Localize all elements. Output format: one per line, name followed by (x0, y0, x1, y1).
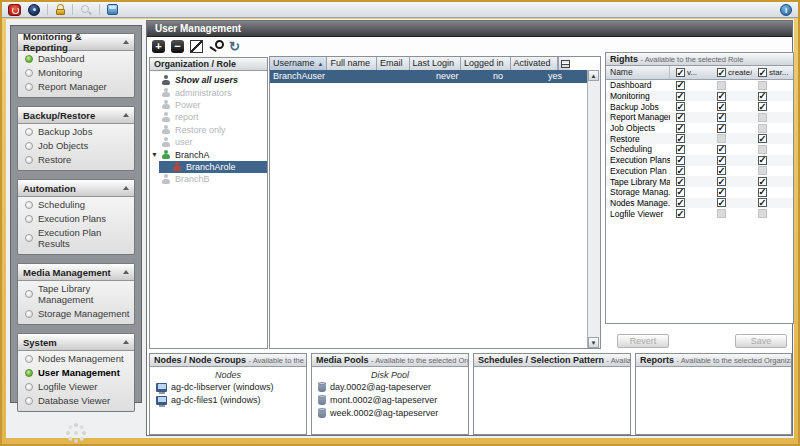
sidebar-item[interactable]: Database Viewer (18, 393, 134, 407)
start-checkbox[interactable] (758, 145, 767, 154)
create-checkbox[interactable] (717, 124, 726, 133)
column-chooser-button[interactable] (558, 57, 570, 70)
view-checkbox[interactable] (676, 198, 685, 207)
collapse-icon[interactable] (123, 340, 129, 344)
create-checkbox[interactable] (717, 92, 726, 101)
start-checkbox[interactable] (758, 92, 767, 101)
sidebar-item[interactable]: Nodes Management (18, 351, 134, 365)
collapse-icon[interactable] (123, 186, 129, 190)
start-checkbox[interactable] (758, 102, 767, 111)
view-checkbox[interactable] (676, 81, 685, 90)
start-checkbox[interactable] (758, 113, 767, 122)
tree-item[interactable]: ▼ Show all users (150, 74, 267, 86)
column-header[interactable]: Full name (327, 57, 377, 70)
tree-item[interactable]: ▼ BranchB (150, 173, 267, 185)
view-checkbox[interactable] (676, 102, 685, 111)
table-row[interactable]: BranchAuser never no yes (270, 70, 600, 83)
column-header[interactable]: Last Login (410, 57, 462, 70)
revert-button[interactable]: Revert (617, 334, 669, 348)
lock-icon[interactable] (55, 4, 65, 16)
tree-item[interactable]: ▼ user (150, 136, 267, 148)
column-header[interactable]: Activated (511, 57, 558, 70)
refresh-icon[interactable]: ↻ (228, 40, 241, 53)
tree-item[interactable]: ▼ Power (150, 99, 267, 111)
nav-section-header[interactable]: Monitoring & Reporting (18, 34, 134, 51)
sidebar-item[interactable]: Scheduling (18, 197, 134, 211)
create-checkbox[interactable] (717, 113, 726, 122)
nav-section-header[interactable]: Backup/Restore (18, 107, 134, 124)
tree-item[interactable]: ▼ Restore only (150, 124, 267, 136)
view-checkbox[interactable] (676, 134, 685, 143)
info-icon[interactable]: i (780, 4, 792, 16)
create-checkbox[interactable] (717, 134, 726, 143)
column-header[interactable]: Email (377, 57, 410, 70)
remove-user-icon[interactable]: − (171, 40, 184, 53)
save-button[interactable]: Save (735, 334, 787, 348)
start-checkbox[interactable] (758, 166, 767, 175)
view-checkbox[interactable] (676, 188, 685, 197)
app-icon[interactable] (8, 4, 21, 16)
scroll-up-icon[interactable]: ▲ (588, 70, 599, 81)
start-checkbox[interactable] (758, 156, 767, 165)
node-list-item[interactable]: ag-dc-libserver (windows) (150, 380, 306, 393)
sidebar-item[interactable]: Logfile Viewer (18, 379, 134, 393)
view-checkbox[interactable] (676, 156, 685, 165)
start-checkbox[interactable] (758, 81, 767, 90)
scroll-down-icon[interactable]: ▼ (588, 337, 599, 348)
collapse-icon[interactable] (123, 40, 129, 44)
add-user-icon[interactable]: + (152, 40, 165, 53)
view-checkbox[interactable] (676, 113, 685, 122)
sidebar-item[interactable]: Dashboard (18, 51, 134, 65)
column-header[interactable]: Username▲ (270, 57, 327, 70)
nav-section-header[interactable]: System (18, 334, 134, 351)
select-all-start-checkbox[interactable] (758, 68, 767, 77)
collapse-icon[interactable] (123, 270, 129, 274)
nav-section-header[interactable]: Automation (18, 180, 134, 197)
view-checkbox[interactable] (676, 92, 685, 101)
sidebar-item[interactable]: Execution Plan Results (18, 225, 134, 250)
vertical-scrollbar[interactable]: ▲ ▼ (587, 70, 600, 348)
sidebar-item[interactable]: Job Objects (18, 138, 134, 152)
media-pool-item[interactable]: day.0002@ag-tapeserver (312, 380, 468, 393)
start-checkbox[interactable] (758, 188, 767, 197)
tree-item[interactable]: ▼ report (150, 111, 267, 123)
start-checkbox[interactable] (758, 124, 767, 133)
tree-item[interactable]: ▼ administrators (150, 86, 267, 98)
sidebar-item[interactable]: Report Manager (18, 79, 134, 93)
create-checkbox[interactable] (717, 209, 726, 218)
node-list-item[interactable]: ag-dc-files1 (windows) (150, 393, 306, 406)
view-checkbox[interactable] (676, 177, 685, 186)
edit-user-icon[interactable] (190, 40, 203, 53)
create-checkbox[interactable] (717, 156, 726, 165)
view-checkbox[interactable] (676, 166, 685, 175)
create-checkbox[interactable] (717, 188, 726, 197)
nav-section-header[interactable]: Media Management (18, 264, 134, 281)
select-all-view-checkbox[interactable] (676, 68, 685, 77)
storage-icon[interactable] (107, 4, 118, 15)
start-checkbox[interactable] (758, 209, 767, 218)
collapse-icon[interactable] (123, 113, 129, 117)
sidebar-item[interactable]: Tape Library Management (18, 281, 134, 306)
create-checkbox[interactable] (717, 145, 726, 154)
key-icon[interactable] (209, 40, 222, 53)
sidebar-item[interactable]: User Management (18, 365, 134, 379)
start-checkbox[interactable] (758, 198, 767, 207)
tree-item[interactable]: ▼ BranchA (150, 148, 267, 160)
column-header[interactable]: Logged in (461, 57, 511, 70)
view-checkbox[interactable] (676, 145, 685, 154)
create-checkbox[interactable] (717, 102, 726, 111)
start-checkbox[interactable] (758, 177, 767, 186)
media-pool-item[interactable]: week.0002@ag-tapeserver (312, 406, 468, 419)
media-pool-item[interactable]: mont.0002@ag-tapeserver (312, 393, 468, 406)
create-checkbox[interactable] (717, 166, 726, 175)
sidebar-item[interactable]: Execution Plans (18, 211, 134, 225)
sidebar-item[interactable]: Restore (18, 152, 134, 166)
create-checkbox[interactable] (717, 81, 726, 90)
select-all-create-checkbox[interactable] (717, 68, 726, 77)
network-icon[interactable] (28, 4, 40, 16)
sidebar-item[interactable]: Monitoring (18, 65, 134, 79)
view-checkbox[interactable] (676, 209, 685, 218)
view-checkbox[interactable] (676, 124, 685, 133)
sidebar-item[interactable]: Storage Management (18, 306, 134, 320)
create-checkbox[interactable] (717, 177, 726, 186)
